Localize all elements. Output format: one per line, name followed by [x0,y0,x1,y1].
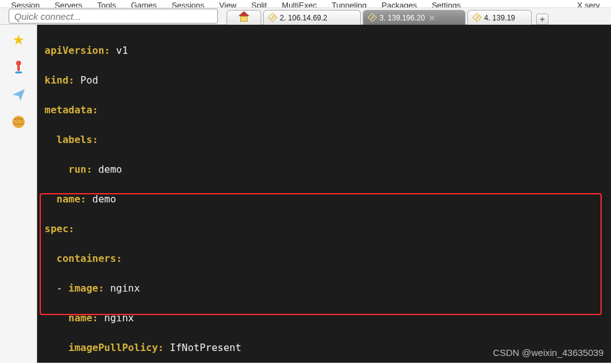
menu-servers[interactable]: Servers [54,4,82,7]
watermark: CSDN @weixin_43635039 [493,345,604,360]
menu-tools[interactable]: Tools [97,4,116,7]
menu-games[interactable]: Games [131,4,157,7]
menu-session[interactable]: Session [11,4,40,7]
menubar: Session Servers Tools Games Sessions Vie… [0,0,611,7]
tab-label: 4. 139.19 [484,14,515,22]
quick-connect-input[interactable] [9,9,218,24]
sidebar: ★ [0,25,37,363]
key-icon [471,12,483,24]
menu-right-trunc: X serv [577,4,600,7]
tab-2[interactable]: 2. 106.14.69.2 [263,10,361,25]
close-icon[interactable]: ✕ [428,13,436,23]
tab-label: 2. 106.14.69.2 [280,14,327,22]
svg-rect-1 [17,64,20,71]
send-icon[interactable] [9,85,28,104]
home-icon [238,13,249,23]
key-icon [267,12,279,24]
tool-icon[interactable] [9,58,28,77]
tab-label: 3. 139.196.20 [379,14,425,22]
new-tab-button[interactable]: + [536,14,548,25]
key-icon [366,12,379,24]
plus-icon: + [540,14,545,24]
tab-3-active[interactable]: 3. 139.196.20 ✕ [363,10,466,25]
tab-4[interactable]: 4. 139.19 [467,10,532,25]
terminal[interactable]: apiVersion: v1 kind: Pod metadata: label… [37,25,611,363]
tab-strip: 2. 106.14.69.2 3. 139.196.20 ✕ 4. 139.19… [227,7,548,25]
star-icon[interactable]: ★ [9,31,28,50]
workspace: ★ apiVersion: v1 kind: Pod metadata: lab… [0,25,611,363]
tab-home[interactable] [227,10,261,25]
menu-sessions[interactable]: Sessions [171,4,204,7]
globe-icon[interactable] [9,113,28,131]
top-row: 2. 106.14.69.2 3. 139.196.20 ✕ 4. 139.19… [0,7,611,25]
svg-point-2 [12,116,25,128]
